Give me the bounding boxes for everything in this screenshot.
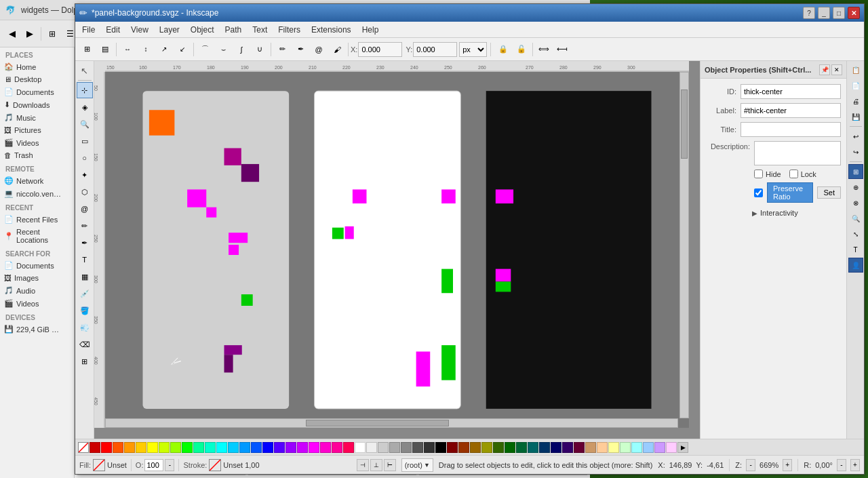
3d-box-tool[interactable]: ⬡ [77,184,93,200]
canvas-area[interactable]: 150 160 170 180 190 200 210 220 230 240 … [94,61,700,439]
rect-tool[interactable]: ▭ [77,133,93,149]
node-btn3[interactable]: ∫ [233,41,250,58]
transform-btn4[interactable]: ↙ [174,41,191,58]
stroke-swatch[interactable] [209,459,221,471]
palette-color-41[interactable] [551,442,561,453]
palette-color-34[interactable] [470,442,481,453]
canvas-viewport[interactable] [105,72,689,428]
back-button[interactable]: ◀ [4,25,20,42]
sidebar-item-home[interactable]: 🏠 Home [0,60,74,73]
calligraphy-tool[interactable]: ✒ [77,235,93,251]
sidebar-item-desktop[interactable]: 🖥 Desktop [0,73,74,85]
palette-color-44[interactable] [585,442,596,453]
pen-btn1[interactable]: ✏ [273,41,291,58]
node-btn1[interactable]: ⌒ [196,41,214,58]
sidebar-item-recent-locations[interactable]: 📍 Recent Locations [0,226,74,246]
transform-btn1[interactable]: ↔ [119,41,136,58]
palette-color-7[interactable] [159,442,170,453]
id-input[interactable] [741,84,841,99]
pencil-tool[interactable]: ✏ [77,218,93,234]
no-fill-swatch[interactable] [78,442,89,453]
palette-color-17[interactable] [274,442,285,453]
palette-color-8[interactable] [170,442,181,453]
palette-color-29[interactable] [412,442,423,453]
text-tool[interactable]: T [77,252,93,268]
menu-help[interactable]: Help [357,24,384,36]
palette-color-30[interactable] [424,442,435,453]
lock-label[interactable]: Lock [801,170,816,178]
palette-color-22[interactable] [332,442,342,453]
spray-tool[interactable]: 💨 [77,319,93,336]
palette-color-43[interactable] [574,442,585,453]
align-right-btn[interactable]: ⊢ [384,459,396,471]
palette-color-5[interactable] [136,442,146,453]
rt-btn-4[interactable]: 💾 [848,109,863,124]
help-button[interactable]: ? [803,7,815,19]
palette-color-36[interactable] [493,442,504,453]
gradient-tool[interactable]: ▦ [77,268,93,285]
sidebar-item-recent-files[interactable]: 📄 Recent Files [0,213,74,226]
zoom-out-btn[interactable]: - [746,459,755,471]
palette-color-49[interactable] [643,442,654,453]
palette-color-23[interactable] [343,442,354,453]
palette-color-24[interactable] [355,442,366,453]
palette-color-25[interactable] [366,442,377,453]
palette-color-48[interactable] [631,442,642,453]
rt-btn-10[interactable]: 🔍 [848,211,863,226]
sidebar-item-network[interactable]: 🌐 Network [0,174,74,187]
palette-color-20[interactable] [309,442,319,453]
panel-pin-btn[interactable]: 📌 [819,64,830,75]
palette-color-21[interactable] [320,442,331,453]
palette-color-46[interactable] [608,442,619,453]
transform-btn3[interactable]: ↗ [155,41,173,58]
menu-view[interactable]: View [125,24,154,36]
sidebar-item-search-docs[interactable]: 📄 Documents [0,259,74,272]
palette-color-45[interactable] [597,442,608,453]
node-tool[interactable]: ◈ [77,99,93,115]
menu-layer[interactable]: Layer [154,24,185,36]
menu-text[interactable]: Text [247,24,273,36]
title-input[interactable] [741,122,841,137]
palette-color-9[interactable] [182,442,193,453]
sidebar-item-pictures[interactable]: 🖼 Pictures [0,124,74,136]
palette-color-37[interactable] [505,442,515,453]
eraser-tool[interactable]: ⌫ [77,336,93,353]
pen-btn2[interactable]: ✒ [292,41,309,58]
palette-color-12[interactable] [216,442,227,453]
opacity-input[interactable] [144,459,163,471]
palette-color-42[interactable] [562,442,573,453]
palette-color-6[interactable] [147,442,158,453]
rotate-inc-btn[interactable]: + [850,459,860,471]
palette-color-35[interactable] [481,442,492,453]
zoom-tool[interactable]: 🔍 [77,116,93,132]
lock-ratio-btn[interactable]: 🔒 [494,41,512,58]
palette-color-33[interactable] [458,442,469,453]
unlock-ratio-btn[interactable]: 🔓 [513,41,530,58]
menu-file[interactable]: File [77,24,100,36]
palette-color-18[interactable] [285,442,296,453]
rt-btn-2[interactable]: 📄 [848,78,863,93]
select-btn[interactable]: ▤ [96,41,114,58]
palette-color-3[interactable] [113,442,123,453]
fill-swatch[interactable] [93,459,105,471]
align-left-btn[interactable]: ⊣ [357,459,369,471]
maximize-button[interactable]: □ [833,7,845,19]
paint-btn[interactable]: 🖌 [328,41,346,58]
rotate-dec-btn[interactable]: - [837,459,846,471]
palette-color-14[interactable] [239,442,250,453]
align-center-btn[interactable]: ⊥ [370,459,382,471]
rt-btn-11[interactable]: ⤡ [848,226,863,241]
menu-extensions[interactable]: Extensions [306,24,357,36]
interactivity-row[interactable]: ▶ Interactivity [706,207,841,217]
rt-btn-3[interactable]: 🖨 [848,94,863,108]
palette-color-32[interactable] [447,442,458,453]
palette-color-15[interactable] [251,442,262,453]
sidebar-item-search-audio[interactable]: 🎵 Audio [0,284,74,297]
menu-edit[interactable]: Edit [100,24,125,36]
palette-color-19[interactable] [297,442,308,453]
preserve-ratio-checkbox[interactable] [754,188,763,197]
node-btn4[interactable]: ∪ [251,41,269,58]
panel-close-btn[interactable]: ✕ [831,64,842,75]
lock-checkbox[interactable] [789,170,798,178]
palette-color-50[interactable] [654,442,665,453]
